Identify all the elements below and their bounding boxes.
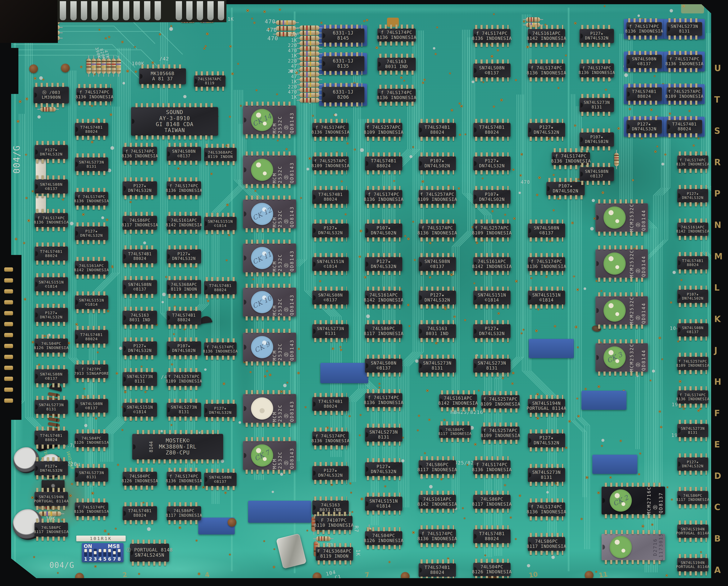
edge-connector-finger [207,1,214,20]
row-letter-value: P [714,189,720,198]
edge-connector-finger [60,1,66,20]
row-letter: M [714,251,723,261]
edge-connector-finger [133,1,140,20]
row-letter: N [714,220,721,230]
edge-connector-finger [112,1,119,20]
row-letter-value: L [714,283,720,293]
row-letter-value: K [714,314,721,324]
row-letter: A [714,565,721,575]
edge-connector-finger [70,1,77,20]
row-letter-value: T [714,95,720,104]
row-letter: F [714,408,720,418]
edge-connector-pad [4,322,13,326]
edge-connector-pad [4,300,13,304]
column-number-value: 2 [122,571,128,579]
column-number-value: 4 [204,571,210,579]
edge-connector-finger [81,1,87,20]
edge-connector-pad [4,366,13,370]
row-letter-value: U [714,63,721,73]
row-letter: T [714,95,720,104]
edge-connector-finger [186,1,192,20]
row-letter: C [714,502,720,512]
row-letter: P [714,189,720,198]
edge-connector-pad [4,267,13,272]
pcb-photo: Ⓝ /003LM3900Nf 74LS174PC8136 INDONESIAMK… [0,0,728,586]
row-letter: D [714,471,721,481]
column-number: 2 [122,571,128,579]
column-number-value: 10 [528,570,538,579]
row-letter: B [714,534,721,543]
column-number: 10 [528,570,538,579]
row-letter-value: E [714,440,720,449]
row-letter-value: F [714,408,720,418]
row-letter-value: S [714,126,720,136]
column-number: 11 [598,570,608,579]
edge-connector-pad [4,355,13,359]
row-letter: R [714,157,721,167]
row-letter-value: M [714,251,723,261]
row-letter-value: C [714,502,720,512]
edge-connector-finger [197,1,203,20]
edge-connector-pad [4,388,13,392]
row-letter: S [714,126,720,136]
edge-connector-pad [4,333,13,337]
edge-connector-pad [4,289,13,293]
edge-connector-finger [144,1,150,20]
edge-connector-finger [92,1,98,20]
row-letter-value: N [714,220,721,230]
row-letter-value: D [714,471,721,481]
edge-connectors-layer: UTSRPNMLKJHFEDCBA2471011 [0,0,728,586]
row-letter: L [714,283,720,293]
edge-connector-pad [4,344,13,348]
row-letter-value: R [714,157,721,167]
edge-connector-pad [4,377,13,381]
row-letter: J [714,345,717,355]
edge-connector-finger [218,1,224,20]
row-letter: E [714,440,720,449]
edge-connector-pad [4,311,13,315]
edge-connector-finger [102,1,108,20]
row-letter-value: J [714,345,717,355]
edge-connector-finger [155,1,161,20]
row-letter: H [714,377,721,387]
edge-connector-pad [4,398,13,403]
row-letter: K [714,314,721,324]
column-number: 4 [204,571,210,579]
column-number-value: 11 [598,570,608,579]
row-letter-value: A [714,565,721,575]
edge-connector-finger [176,1,182,20]
edge-connector-pad [4,278,13,283]
column-number: 7 [364,571,370,579]
edge-connector-finger [123,1,129,20]
row-letter-value: B [714,534,721,543]
top-edge-connector [57,0,227,22]
row-letter: U [714,63,721,73]
column-number-value: 7 [364,571,370,579]
row-letter-value: H [714,377,721,387]
